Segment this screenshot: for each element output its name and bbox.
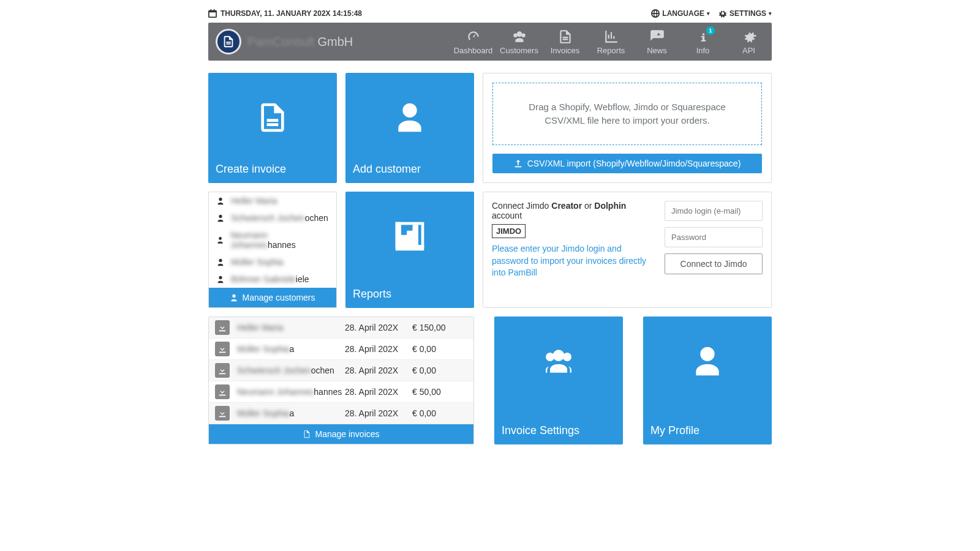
svg-rect-3 (401, 236, 405, 244)
jimdo-panel: Connect Jimdo Creator or Dolphin account… (483, 192, 772, 308)
navbar: PamConsult GmbH Dashboard Customers Invo… (208, 23, 772, 61)
globe-icon (651, 9, 660, 18)
invoice-row[interactable]: Müller Sophiaa28. April 202X€ 0,00 (209, 403, 473, 424)
customer-list: Heller MariaSchwiersch JochenochenNeuman… (208, 192, 337, 308)
upload-icon (514, 159, 522, 168)
manage-invoices-button[interactable]: Manage invoices (209, 424, 473, 444)
tile-create-invoice[interactable]: Create invoice (208, 73, 337, 183)
nav-invoices[interactable]: Invoices (542, 23, 588, 61)
customer-list-item[interactable]: Böhmer Gabrieleiele (209, 271, 336, 288)
jimdo-connect-button[interactable]: Connect to Jimdo (665, 253, 763, 274)
nav-customers[interactable]: Customers (496, 23, 542, 61)
customer-list-item[interactable]: Schwiersch Jochenochen (209, 209, 336, 227)
import-panel: Drag a Shopify, Webflow, Jimdo or Square… (483, 73, 772, 183)
file-icon (303, 430, 311, 438)
user-icon (216, 258, 225, 266)
download-button[interactable] (215, 406, 230, 421)
file-icon (255, 100, 290, 137)
topbar: THURSDAY, 11. JANUARY 202X 14:15:48 LANG… (208, 9, 772, 18)
user-icon (216, 236, 224, 244)
user-icon (216, 275, 225, 283)
nav-api[interactable]: API (726, 23, 772, 61)
chart-icon (393, 219, 427, 256)
nav-info[interactable]: 1Info (680, 23, 726, 61)
jimdo-login-input[interactable] (665, 201, 763, 221)
jimdo-connect-text: Connect Jimdo Creator or Dolphin account (492, 201, 656, 220)
svg-rect-4 (407, 232, 410, 244)
brand-logo (216, 29, 241, 54)
invoice-row[interactable]: Schwiersch Jochenochen28. April 202X€ 0,… (209, 360, 473, 381)
tile-add-customer[interactable]: Add customer (345, 73, 474, 183)
csv-import-button[interactable]: CSV/XML import (Shopify/Webflow/Jimdo/Sq… (492, 154, 762, 173)
nav-reports[interactable]: Reports (588, 23, 634, 61)
svg-rect-5 (413, 228, 417, 244)
nav-news[interactable]: News (634, 23, 680, 61)
date-text: THURSDAY, 11. JANUARY 202X 14:15:48 (221, 9, 362, 18)
customer-list-item[interactable]: Neumann Johanneshannes (209, 227, 336, 253)
manage-customers-button[interactable]: Manage customers (209, 288, 336, 307)
invoice-row[interactable]: Heller Maria28. April 202X€ 150,00 (209, 317, 473, 339)
invoice-row[interactable]: Neumann Johanneshannes28. April 202X€ 50… (209, 381, 473, 403)
customer-list-item[interactable]: Müller Sophia (209, 253, 336, 271)
download-button[interactable] (215, 342, 230, 356)
invoice-list: Heller Maria28. April 202X€ 150,00Müller… (208, 317, 474, 444)
jimdo-logo: JIMDO (492, 224, 526, 238)
tile-reports[interactable]: Reports (345, 192, 474, 308)
users-group-icon (541, 344, 576, 381)
user-icon (690, 344, 725, 381)
jimdo-hint: Please enter your Jimdo login and passwo… (492, 243, 656, 279)
users-icon (230, 293, 238, 302)
tile-my-profile[interactable]: My Profile (643, 317, 772, 444)
svg-rect-0 (701, 40, 706, 41)
calendar-icon (208, 9, 217, 18)
jimdo-password-input[interactable] (665, 227, 763, 247)
invoice-row[interactable]: Müller Sophiaa28. April 202X€ 0,00 (209, 339, 473, 360)
download-button[interactable] (215, 320, 230, 335)
svg-rect-1 (701, 36, 703, 37)
dropzone[interactable]: Drag a Shopify, Webflow, Jimdo or Square… (492, 83, 762, 145)
gear-icon (718, 9, 727, 18)
user-icon (393, 100, 427, 137)
info-badge: 1 (706, 26, 715, 35)
download-button[interactable] (215, 384, 230, 399)
user-icon (216, 214, 225, 222)
download-button[interactable] (215, 363, 230, 378)
customer-list-item[interactable]: Heller Maria (209, 192, 336, 209)
nav-dashboard[interactable]: Dashboard (450, 23, 496, 61)
user-icon (216, 197, 225, 205)
tile-invoice-settings[interactable]: Invoice Settings (494, 317, 623, 444)
settings-menu[interactable]: SETTINGS▾ (718, 9, 772, 18)
brand[interactable]: PamConsult GmbH (208, 29, 353, 54)
language-menu[interactable]: LANGUAGE▾ (651, 9, 710, 18)
